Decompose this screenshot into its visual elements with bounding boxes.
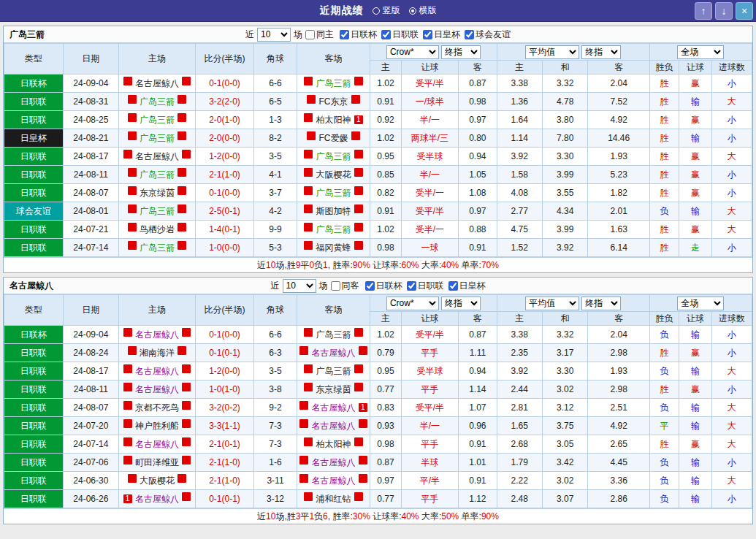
league-filter[interactable]: 日皇杯 — [423, 28, 460, 41]
match-row[interactable]: 日职联 24-08-07 京都不死鸟 3-2(0-2) 9-2 名古屋鲸八 1 … — [4, 399, 752, 417]
away-team-cell[interactable]: 名古屋鲸八 — [297, 344, 370, 362]
away-team-cell[interactable]: 广岛三箭 — [297, 74, 370, 93]
away-team-cell[interactable]: 柏太阳神 1 — [297, 111, 370, 129]
match-row[interactable]: 日皇杯 24-08-21 广岛三箭 2-0(0-0) 8-2 FC爱媛 1.02… — [4, 129, 752, 148]
home-team-cell[interactable]: 东京绿茵 — [119, 184, 196, 202]
home-team-cell[interactable]: 湘南海洋 — [119, 344, 196, 362]
radio-selected-icon[interactable] — [409, 7, 416, 15]
league-checkbox[interactable] — [448, 281, 458, 291]
match-row[interactable]: 日职联 24-08-24 湘南海洋 0-1(0-1) 6-3 名古屋鲸八 0.7… — [4, 344, 752, 362]
layout-vertical-option[interactable]: 竖版 — [373, 4, 400, 17]
corner-cell: 6-3 — [254, 344, 297, 362]
odds-time-select[interactable]: 终指 — [441, 297, 481, 310]
match-row[interactable]: 日职联 24-07-21 鸟栖沙岩 1-4(0-1) 9-9 广岛三箭 1.02… — [4, 221, 752, 239]
match-row[interactable]: 球会友谊 24-08-01 广岛三箭 2-5(0-1) 4-2 斯图加特 0.9… — [4, 202, 752, 221]
radio-icon[interactable] — [373, 7, 380, 15]
match-row[interactable]: 日职联 24-06-26 1 名古屋鲸八 0-1(0-1) 3-12 浦和红钻 … — [4, 490, 752, 508]
match-count-select[interactable]: 10 — [257, 28, 291, 42]
bookmaker-select[interactable]: Crow* — [386, 297, 439, 310]
same-venue-checkbox[interactable] — [331, 281, 340, 291]
league-filter[interactable]: 日联杯 — [340, 28, 377, 41]
home-team-cell[interactable]: 名古屋鲸八 — [119, 148, 196, 166]
home-team-cell[interactable]: 广岛三箭 — [119, 166, 196, 184]
league-checkbox[interactable] — [365, 281, 375, 291]
home-team-cell[interactable]: 名古屋鲸八 — [119, 435, 196, 454]
away-team-cell[interactable]: 名古屋鲸八 1 — [297, 399, 370, 417]
match-row[interactable]: 日职联 24-07-14 广岛三箭 1-0(0-0) 5-3 福冈黄蜂 0.98… — [4, 239, 752, 257]
home-team-cell[interactable]: 1 名古屋鲸八 — [119, 490, 196, 508]
away-team-cell[interactable]: 东京绿茵 — [297, 381, 370, 399]
league-checkbox[interactable] — [381, 30, 391, 39]
avg-time-select[interactable]: 终指 — [581, 45, 621, 59]
match-row[interactable]: 日职联 24-07-06 町田泽维亚 2-1(1-0) 1-6 名古屋鲸八 0.… — [4, 454, 752, 472]
away-team-cell[interactable]: FC东京 — [297, 93, 370, 111]
league-checkbox[interactable] — [340, 30, 349, 39]
home-team-cell[interactable]: 广岛三箭 — [119, 239, 196, 257]
home-team-cell[interactable]: 大阪樱花 — [119, 472, 196, 490]
odds-time-select[interactable]: 终指 — [441, 45, 481, 59]
average-select[interactable]: 平均值 — [525, 297, 579, 310]
match-row[interactable]: 日职联 24-08-07 东京绿茵 0-1(0-0) 3-7 广岛三箭 0.82… — [4, 184, 752, 202]
away-team-cell[interactable]: 斯图加特 — [297, 202, 370, 221]
league-filter[interactable]: 球会友谊 — [465, 28, 511, 41]
league-filter[interactable]: 日职联 — [381, 28, 419, 41]
match-row[interactable]: 日职联 24-08-31 广岛三箭 3-2(2-0) 6-5 FC东京 0.91… — [4, 93, 752, 111]
period-select[interactable]: 全场 — [677, 297, 724, 310]
layout-horizontal-option[interactable]: 横版 — [409, 4, 437, 17]
home-team-cell[interactable]: 神户胜利船 — [119, 417, 196, 435]
away-team-cell[interactable]: 广岛三箭 — [297, 221, 370, 239]
same-venue-filter[interactable]: 同主 — [305, 28, 334, 41]
league-filter[interactable]: 日联杯 — [365, 280, 402, 292]
home-team-cell[interactable]: 广岛三箭 — [119, 202, 196, 221]
match-row[interactable]: 日职联 24-06-30 大阪樱花 2-1(1-0) 3-11 名古屋鲸八 0.… — [4, 472, 752, 490]
home-team-cell[interactable]: 广岛三箭 — [119, 111, 196, 129]
away-team-cell[interactable]: 柏太阳神 — [297, 435, 370, 454]
match-row[interactable]: 日职联 24-08-17 名古屋鲸八 1-2(0-0) 3-5 广岛三箭 0.9… — [4, 148, 752, 166]
home-team-cell[interactable]: 町田泽维亚 — [119, 454, 196, 472]
league-checkbox[interactable] — [465, 30, 474, 39]
league-checkbox[interactable] — [423, 30, 432, 39]
home-team-cell[interactable]: 名古屋鲸八 — [119, 74, 196, 93]
away-team-cell[interactable]: 名古屋鲸八 — [297, 417, 370, 435]
match-row[interactable]: 日联杯 24-09-04 名古屋鲸八 0-1(0-0) 6-6 广岛三箭 1.0… — [4, 74, 752, 93]
home-team-cell[interactable]: 广岛三箭 — [119, 93, 196, 111]
match-row[interactable]: 日联杯 24-09-04 名古屋鲸八 0-1(0-0) 6-6 广岛三箭 1.0… — [4, 326, 752, 344]
period-select[interactable]: 全场 — [677, 45, 724, 59]
move-down-button[interactable]: ↓ — [715, 2, 733, 20]
league-filter[interactable]: 日职联 — [407, 280, 444, 292]
home-team-cell[interactable]: 京都不死鸟 — [119, 399, 196, 417]
match-row[interactable]: 日职联 24-07-20 神户胜利船 3-3(1-1) 7-3 名古屋鲸八 0.… — [4, 417, 752, 435]
bookmaker-select[interactable]: Crow* — [386, 45, 439, 59]
home-odds-cell: 0.93 — [370, 417, 401, 435]
away-team-cell[interactable]: 大阪樱花 — [297, 166, 370, 184]
home-team-cell[interactable]: 鸟栖沙岩 — [119, 221, 196, 239]
match-count-select[interactable]: 10 — [283, 279, 316, 293]
away-team-cell[interactable]: 广岛三箭 — [297, 148, 370, 166]
away-team-cell[interactable]: 名古屋鲸八 — [297, 472, 370, 490]
away-team-cell[interactable]: 浦和红钻 — [297, 490, 370, 508]
match-row[interactable]: 日职联 24-08-25 广岛三箭 2-0(1-0) 1-3 柏太阳神 1 0.… — [4, 111, 752, 129]
home-team-cell[interactable]: 名古屋鲸八 — [119, 381, 196, 399]
away-team-cell[interactable]: FC爱媛 — [297, 129, 370, 148]
goals-result-cell: 小 — [711, 490, 752, 508]
match-row[interactable]: 日职联 24-08-11 名古屋鲸八 1-0(1-0) 3-8 东京绿茵 0.7… — [4, 381, 752, 399]
away-team-cell[interactable]: 名古屋鲸八 — [297, 454, 370, 472]
away-team-cell[interactable]: 广岛三箭 — [297, 184, 370, 202]
same-venue-checkbox[interactable] — [305, 30, 315, 39]
match-row[interactable]: 日职联 24-07-14 名古屋鲸八 2-1(0-1) 7-3 柏太阳神 0.9… — [4, 435, 752, 454]
avg-time-select[interactable]: 终指 — [581, 297, 621, 310]
home-team-cell[interactable]: 名古屋鲸八 — [119, 362, 196, 381]
league-filter[interactable]: 日皇杯 — [448, 280, 486, 292]
home-team-cell[interactable]: 名古屋鲸八 — [119, 326, 196, 344]
league-checkbox[interactable] — [407, 281, 416, 291]
away-team-cell[interactable]: 福冈黄蜂 — [297, 239, 370, 257]
away-team-cell[interactable]: 广岛三箭 — [297, 326, 370, 344]
close-button[interactable]: × — [736, 2, 753, 20]
home-team-cell[interactable]: 广岛三箭 — [119, 129, 196, 148]
move-up-button[interactable]: ↑ — [695, 2, 712, 20]
average-select[interactable]: 平均值 — [525, 45, 579, 59]
away-team-cell[interactable]: 广岛三箭 — [297, 362, 370, 381]
match-row[interactable]: 日职联 24-08-17 名古屋鲸八 1-2(0-0) 3-5 广岛三箭 0.9… — [4, 362, 752, 381]
same-venue-filter[interactable]: 同客 — [331, 280, 359, 292]
match-row[interactable]: 日职联 24-08-11 广岛三箭 2-1(1-0) 4-1 大阪樱花 0.85… — [4, 166, 752, 184]
